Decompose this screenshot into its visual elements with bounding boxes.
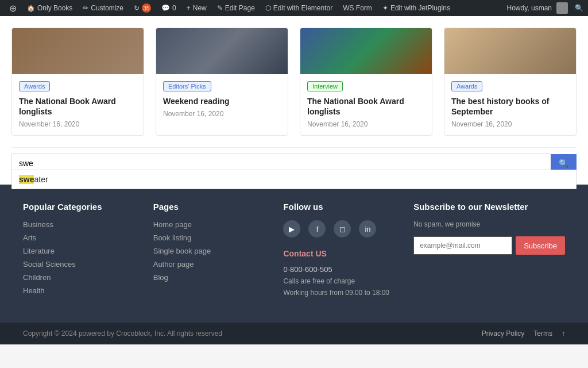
book-title-2: Weekend reading — [163, 96, 281, 106]
book-card: Editors' Picks Weekend reading November … — [156, 28, 288, 136]
footer-pages: Pages Home page Book listing Single book… — [153, 202, 266, 300]
book-image-4 — [444, 28, 576, 74]
edit-page-icon: ✎ — [217, 4, 223, 12]
newsletter-email-input[interactable] — [413, 236, 512, 255]
footer-link-blog[interactable]: Blog — [153, 273, 266, 282]
book-card: Interview The National Book Award longli… — [300, 28, 432, 136]
admin-bar-right: Howdy, usman 🔍 — [507, 2, 583, 14]
newsletter-subscribe-button[interactable]: Subscribe — [516, 236, 565, 255]
footer-newsletter: Subscribe to our Newsletter No spam, we … — [413, 202, 565, 300]
footer-link-arts[interactable]: Arts — [23, 233, 136, 242]
book-date-1: November 16, 2020 — [19, 120, 137, 128]
footer-link-social[interactable]: Social Sciences — [23, 260, 136, 269]
footer-link-book-listing[interactable]: Book listing — [153, 233, 266, 242]
book-date-2: November 16, 2020 — [163, 110, 281, 118]
wp-logo-item[interactable]: ⊕ — [5, 0, 21, 16]
linkedin-icon[interactable]: in — [359, 220, 376, 237]
book-card-body-1: Awards The National Book Award longlists… — [12, 74, 144, 135]
elementor-label: Edit with Elementor — [273, 4, 332, 12]
new-label: New — [193, 4, 207, 12]
search-section: 🔍 sweater — [11, 147, 577, 173]
book-date-3: November 16, 2020 — [307, 120, 425, 128]
elementor-item[interactable]: ⬡ Edit with Elementor — [261, 0, 337, 16]
suggestion-highlight: swe — [19, 175, 34, 184]
suggestion-rest: ater — [34, 175, 48, 184]
customize-item[interactable]: ✏ Customize — [78, 0, 128, 16]
book-date-4: November 16, 2020 — [451, 120, 569, 128]
book-image-1 — [12, 28, 144, 74]
book-badge-3[interactable]: Interview — [307, 81, 343, 91]
youtube-icon[interactable]: ▶ — [283, 220, 300, 237]
site-icon: 🏠 — [27, 5, 35, 12]
comments-count: 0 — [172, 4, 176, 12]
newsletter-title: Subscribe to our Newsletter — [413, 202, 565, 212]
book-title-1: The National Book Award longlists — [19, 96, 137, 117]
comments-item[interactable]: 💬 0 — [157, 0, 181, 16]
site-name-item[interactable]: 🏠 Only Books — [22, 0, 77, 16]
ws-form-label: WS Form — [343, 4, 372, 12]
footer-link-single-book[interactable]: Single book page — [153, 247, 266, 255]
footer-link-literature[interactable]: Literature — [23, 247, 136, 255]
book-card: Awards The National Book Award longlists… — [11, 28, 144, 136]
jet-plugins-item[interactable]: ✦ Edit with JetPlugins — [378, 0, 455, 16]
contact-phone: 0-800-600-505 — [283, 265, 396, 274]
scroll-top-button[interactable]: ↑ — [562, 329, 565, 338]
search-suggestion[interactable]: sweater — [19, 175, 48, 184]
customize-icon: ✏ — [83, 4, 88, 12]
terms-link[interactable]: Terms — [533, 329, 552, 338]
footer: Popular Categories Business Arts Literat… — [0, 185, 588, 323]
jet-plugins-icon: ✦ — [382, 4, 388, 12]
ws-form-item[interactable]: WS Form — [338, 0, 377, 16]
book-card-body-2: Editors' Picks Weekend reading November … — [156, 74, 288, 125]
new-item[interactable]: + New — [182, 0, 211, 16]
elementor-icon: ⬡ — [265, 4, 271, 12]
new-icon: + — [187, 4, 191, 12]
search-admin-icon[interactable]: 🔍 — [575, 4, 583, 12]
site-name-label: Only Books — [37, 4, 72, 12]
updates-item[interactable]: ↻ 35 — [129, 0, 156, 16]
books-grid: Awards The National Book Award longlists… — [11, 28, 577, 136]
book-image-3 — [300, 28, 432, 74]
pages-title: Pages — [153, 202, 266, 212]
facebook-icon[interactable]: f — [308, 220, 326, 237]
book-image-2 — [156, 28, 288, 74]
footer-link-business[interactable]: Business — [23, 220, 136, 229]
updates-count: 35 — [142, 3, 151, 13]
footer-grid: Popular Categories Business Arts Literat… — [23, 202, 565, 300]
wp-icon: ⊕ — [9, 3, 17, 14]
footer-bottom: Copyright © 2024 powered by Crocoblock, … — [0, 323, 588, 344]
footer-link-author[interactable]: Author page — [153, 260, 266, 269]
jet-plugins-label: Edit with JetPlugins — [390, 4, 450, 12]
search-dropdown: sweater — [11, 170, 577, 189]
main-content: Awards The National Book Award longlists… — [0, 16, 588, 185]
footer-bottom-links: Privacy Policy Terms ↑ — [482, 329, 565, 338]
contact-free: Calls are free of charge — [283, 277, 396, 285]
contact-heading: Contact US — [283, 249, 396, 258]
updates-icon: ↻ — [134, 4, 140, 12]
customize-label: Customize — [91, 4, 123, 12]
book-badge-2[interactable]: Editors' Picks — [163, 81, 211, 91]
book-card-body-3: Interview The National Book Award longli… — [300, 74, 432, 135]
footer-follow: Follow us ▶ f ◻ in Contact US 0-800-600-… — [283, 202, 396, 300]
book-badge-1[interactable]: Awards — [19, 81, 50, 91]
admin-avatar — [556, 2, 568, 14]
footer-link-home[interactable]: Home page — [153, 220, 266, 229]
copyright-text: Copyright © 2024 powered by Crocoblock, … — [23, 329, 222, 338]
follow-title: Follow us — [283, 202, 396, 212]
instagram-icon[interactable]: ◻ — [334, 220, 351, 237]
footer-link-children[interactable]: Children — [23, 273, 136, 282]
edit-page-item[interactable]: ✎ Edit Page — [212, 0, 260, 16]
footer-link-health[interactable]: Health — [23, 286, 136, 295]
book-card-body-4: Awards The best history books of Septemb… — [444, 74, 576, 135]
privacy-policy-link[interactable]: Privacy Policy — [482, 329, 525, 338]
edit-page-label: Edit Page — [225, 4, 255, 12]
book-title-3: The National Book Award longlists — [307, 96, 425, 117]
book-badge-4[interactable]: Awards — [451, 81, 482, 91]
book-title-4: The best history books of September — [451, 96, 569, 117]
comments-icon: 💬 — [161, 4, 170, 12]
newsletter-no-spam: No spam, we promise — [413, 220, 565, 228]
contact-hours: Working hours from 09.00 to 18:00 — [283, 289, 396, 297]
categories-title: Popular Categories — [23, 202, 136, 212]
howdy-text: Howdy, usman — [507, 4, 552, 12]
book-card: Awards The best history books of Septemb… — [444, 28, 577, 136]
